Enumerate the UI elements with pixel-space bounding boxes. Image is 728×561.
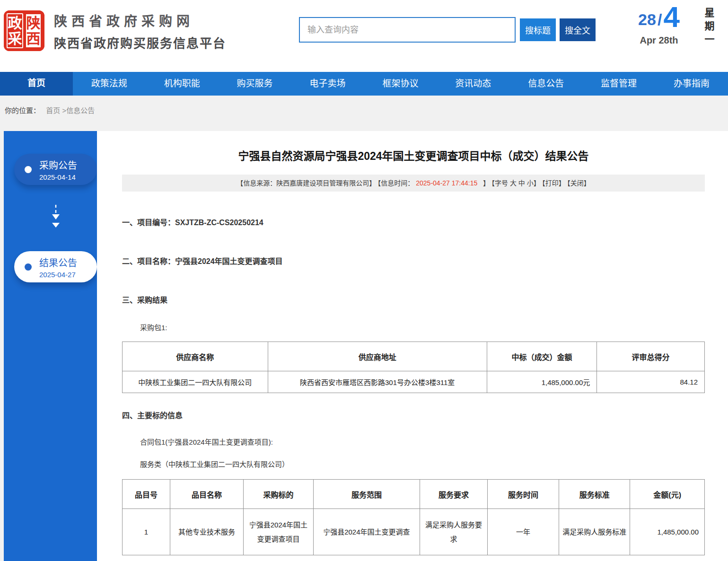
sidebar-item-date: 2025-04-14 — [39, 173, 77, 181]
meta-time-close: 】 — [479, 179, 490, 187]
search-fulltext-button[interactable]: 搜全文 — [560, 18, 596, 41]
section-project-name: 二、项目名称：宁强县2024年国土变更调查项目 — [122, 255, 705, 266]
table-cell: 陕西省西安市雁塔区西影路301号办公楼3楼311室 — [268, 371, 487, 393]
nav-item-1[interactable]: 首页 — [0, 70, 73, 96]
table-cell: 其他专业技术服务 — [170, 509, 243, 555]
nav-item-7[interactable]: 资讯动态 — [437, 72, 509, 96]
table-cell: 84.12 — [597, 371, 705, 393]
table-row: 1其他专业技术服务宁强县2024年国土变更调查项目宁强县2024年国土变更调查满… — [123, 509, 705, 555]
result-table: 供应商名称供应商地址中标（成交）金额评审总得分中陕核工业集团二一四大队有限公司陕… — [122, 342, 705, 393]
table-header-cell: 评审总得分 — [597, 342, 705, 371]
table-cell: 满足采购人服务标准 — [559, 509, 630, 555]
section-project-number: 一、项目编号：SXJTZB-ZC-CS20250214 — [122, 216, 705, 228]
breadcrumb-prefix: 你的位置： — [5, 106, 40, 114]
weekday-label: 星期一 — [702, 8, 716, 47]
table-header-cell: 服务范围 — [313, 480, 420, 509]
table-header-cell: 服务时间 — [487, 480, 559, 509]
nav-item-8[interactable]: 信息公告 — [509, 72, 582, 96]
date-day: 28 — [638, 11, 656, 30]
sidebar: 采购公告2025-04-14结果公告2025-04-27 — [4, 131, 97, 561]
table-row: 中陕核工业集团二一四大队有限公司陕西省西安市雁塔区西影路301号办公楼3楼311… — [123, 371, 705, 393]
nav-item-9[interactable]: 监督管理 — [582, 72, 655, 96]
date-widget: 28 / 4 Apr 28th — [631, 4, 687, 46]
meta-print-button[interactable]: 【打印】 — [542, 179, 565, 187]
search-bar: 搜标题 搜全文 — [299, 17, 596, 43]
table-cell: 一年 — [487, 509, 559, 555]
sidebar-item-date: 2025-04-27 — [39, 271, 77, 279]
table-header-cell: 服务要求 — [420, 480, 488, 509]
breadcrumb: 你的位置： 首页 >信息公告 — [0, 96, 728, 131]
seal-right-text: 陕西 — [25, 13, 42, 48]
table-cell: 宁强县2024年国土变更调查 — [313, 509, 420, 555]
table-cell: 满足采购人服务要求 — [420, 509, 488, 555]
nav-item-3[interactable]: 机构职能 — [146, 72, 219, 96]
meta-time-value: 2025-04-27 17:44:15 — [416, 179, 477, 187]
date-separator: / — [658, 11, 662, 30]
bullet-dot-icon — [25, 263, 32, 271]
main-nav: 首页政策法规机构职能购买服务电子卖场框架协议资讯动态信息公告监督管理办事指南 — [0, 72, 728, 96]
timeline-down-arrow-icon — [14, 204, 97, 232]
date-month: 4 — [663, 4, 679, 30]
table-header-cell: 供应商地址 — [268, 342, 487, 371]
table-header-row: 品目号品目名称采购标的服务范围服务要求服务时间服务标准金额(元) — [123, 480, 705, 509]
nav-item-2[interactable]: 政策法规 — [73, 72, 146, 96]
nav-item-5[interactable]: 电子卖场 — [291, 72, 364, 96]
page-header: 政采 陕西 陕西省政府采购网 陕西省政府购买服务信息平台 搜标题 搜全文 28 … — [0, 0, 728, 72]
table-cell: 宁强县2024年国土变更调查项目 — [244, 509, 314, 555]
table-header-cell: 品目名称 — [170, 480, 243, 509]
table-header-cell: 采购标的 — [244, 480, 314, 509]
seal-left-text: 政采 — [7, 13, 23, 48]
breadcrumb-current: >信息公告 — [62, 106, 95, 114]
article-title: 宁强县自然资源局宁强县2024年国土变更调查项目中标（成交）结果公告 — [122, 147, 705, 163]
table-header-cell: 品目号 — [123, 480, 170, 509]
sidebar-item-label: 结果公告 — [39, 255, 77, 269]
table-header-cell: 中标（成交）金额 — [487, 342, 597, 371]
table-cell: 1,485,000.00元 — [487, 371, 597, 393]
nav-item-10[interactable]: 办事指南 — [655, 72, 728, 96]
package-label: 采购包1: — [140, 322, 705, 332]
main-area: 采购公告2025-04-14结果公告2025-04-27 宁强县自然资源局宁强县… — [0, 131, 728, 561]
table-header-cell: 供应商名称 — [123, 342, 268, 371]
table-cell: 中陕核工业集团二一四大队有限公司 — [123, 371, 268, 393]
table-cell: 1,485,000.00 — [630, 509, 705, 555]
contract-package-label: 合同包1(宁强县2024年国土变更调查项目): — [140, 437, 705, 447]
table-header-row: 供应商名称供应商地址中标（成交）金额评审总得分 — [123, 342, 705, 371]
section-subject-info: 四、主要标的信息 — [122, 409, 705, 421]
table-header-cell: 金额(元) — [630, 480, 705, 509]
subject-table: 品目号品目名称采购标的服务范围服务要求服务时间服务标准金额(元)1其他专业技术服… — [122, 479, 705, 555]
breadcrumb-home-link[interactable]: 首页 — [46, 106, 60, 114]
sidebar-item-2[interactable]: 结果公告2025-04-27 — [14, 251, 97, 282]
section-procurement-result: 三、采购结果 — [122, 294, 705, 305]
article-meta-bar: 【信息来源：陕西嘉唐建设项目管理有限公司】【信息时间：2025-04-27 17… — [122, 175, 705, 192]
table-cell: 1 — [123, 509, 170, 555]
search-title-button[interactable]: 搜标题 — [520, 18, 556, 41]
nav-item-6[interactable]: 框架协议 — [364, 72, 437, 96]
sidebar-item-label: 采购公告 — [39, 158, 77, 172]
nav-item-4[interactable]: 购买服务 — [219, 72, 291, 96]
meta-close-button[interactable]: 【关闭】 — [567, 179, 590, 187]
site-logo[interactable]: 政采 陕西 陕西省政府采购网 陕西省政府购买服务信息平台 — [4, 10, 226, 51]
meta-time-open: 【信息时间： — [377, 179, 414, 187]
meta-fontsize-control[interactable]: 【字号 大 中 小】 — [491, 179, 540, 187]
meta-source: 【信息来源：陕西嘉唐建设项目管理有限公司】 — [237, 179, 376, 187]
service-category-label: 服务类（中陕核工业集团二一四大队有限公司） — [140, 459, 705, 469]
site-subtitle: 陕西省政府购买服务信息平台 — [54, 34, 226, 51]
date-english: Apr 28th — [631, 35, 687, 46]
site-title: 陕西省政府采购网 — [54, 11, 226, 30]
search-input[interactable] — [299, 17, 516, 43]
seal-logo-icon: 政采 陕西 — [4, 10, 44, 51]
table-header-cell: 服务标准 — [559, 480, 630, 509]
bullet-dot-icon — [25, 166, 32, 173]
article-content: 宁强县自然资源局宁强县2024年国土变更调查项目中标（成交）结果公告 【信息来源… — [97, 131, 728, 561]
sidebar-item-1[interactable]: 采购公告2025-04-14 — [14, 154, 97, 185]
